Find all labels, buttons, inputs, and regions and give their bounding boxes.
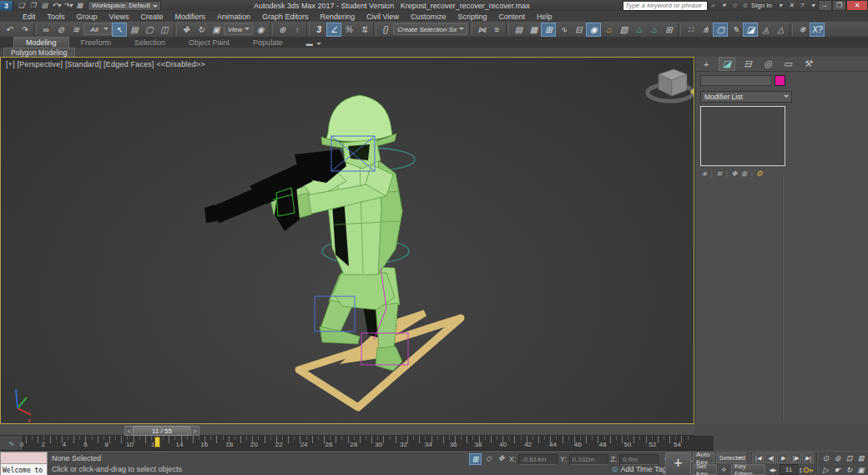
minimize-button[interactable]: – bbox=[818, 0, 832, 11]
toggle-ribbon-icon[interactable]: ⊞ bbox=[541, 23, 556, 37]
align-icon[interactable]: ≡ bbox=[489, 23, 504, 37]
key-step-icons[interactable]: ◀▶ bbox=[767, 465, 778, 474]
pan-icon[interactable]: ☛ bbox=[832, 465, 843, 474]
character-toggle-icon[interactable]: ◬ bbox=[758, 23, 773, 37]
communication-center-icon[interactable]: ✕ bbox=[786, 1, 796, 10]
x-coordinate-field[interactable]: -0.814m bbox=[518, 454, 558, 465]
add-time-tag[interactable]: ⊙ Add Time Tag bbox=[612, 465, 666, 473]
menu-item[interactable]: Modifiers bbox=[169, 11, 211, 22]
new-file-icon[interactable]: ❏ bbox=[16, 1, 27, 10]
time-slider-handle[interactable]: 11 / 55 bbox=[133, 426, 191, 436]
menu-item[interactable]: Tools bbox=[42, 11, 71, 22]
object-color-swatch[interactable] bbox=[775, 75, 785, 86]
tab-motion-icon[interactable]: ◎ bbox=[760, 58, 775, 70]
tab-create-icon[interactable]: + bbox=[699, 58, 714, 70]
edit-named-selection-sets-icon[interactable]: {} bbox=[378, 23, 393, 37]
tab-modify-icon[interactable]: ◪ bbox=[719, 57, 735, 71]
maximize-button[interactable]: ❐ bbox=[832, 0, 846, 11]
ribbon-tab[interactable]: Modeling bbox=[13, 37, 69, 48]
poly-edit-icon[interactable]: ◪ bbox=[743, 23, 758, 37]
menu-item[interactable]: Create bbox=[134, 11, 169, 22]
current-frame-marker[interactable] bbox=[154, 437, 160, 447]
community-icon[interactable]: ✶ bbox=[719, 1, 729, 10]
menu-item[interactable]: Rendering bbox=[315, 11, 361, 22]
current-frame-field[interactable]: 11 bbox=[780, 464, 797, 475]
selection-lock-toggle[interactable]: + bbox=[665, 452, 691, 475]
modifier-list-dropdown[interactable]: Modifier List bbox=[700, 91, 792, 103]
tab-hierarchy-icon[interactable]: ⊟ bbox=[740, 58, 755, 70]
select-and-rotate-icon[interactable]: ↻ bbox=[194, 23, 209, 37]
spinner-snap-toggle-icon[interactable]: ⇅ bbox=[356, 23, 371, 37]
listener-macro-line[interactable] bbox=[1, 452, 47, 464]
panel-splitter-arrow-icon[interactable] bbox=[686, 88, 694, 96]
viewport-label[interactable]: [+] [Perspective] [Standard] [Edged Face… bbox=[6, 60, 205, 68]
rectangular-selection-region-icon[interactable]: ▢ bbox=[142, 23, 157, 37]
undo-dropdown-icon[interactable]: ↶▾ bbox=[51, 1, 62, 10]
curve-editor-icon[interactable]: ∿ bbox=[556, 23, 571, 37]
search-go-icon[interactable]: ⌕ bbox=[708, 1, 718, 10]
offset-mode-icon[interactable]: ◇ bbox=[483, 453, 494, 463]
transform-type-in-icon[interactable]: ✥ bbox=[496, 453, 507, 463]
toggle-scene-explorer-icon[interactable]: ▤ bbox=[511, 23, 526, 37]
view-cube[interactable] bbox=[648, 69, 693, 101]
bind-to-space-warp-icon[interactable]: ≋ bbox=[68, 23, 83, 37]
save-file-icon[interactable]: ▤ bbox=[39, 1, 50, 10]
viewport-canvas[interactable]: x bbox=[1, 58, 694, 423]
ribbon-tab[interactable]: Selection bbox=[123, 38, 177, 48]
menu-item[interactable]: Help bbox=[531, 11, 558, 22]
track-bar[interactable]: ∿ 02468101214161820222426283032343638404… bbox=[0, 436, 714, 451]
tab-utilities-icon[interactable]: ⚒ bbox=[800, 58, 815, 70]
user-icon[interactable]: ☺ bbox=[740, 1, 750, 10]
zoom-extents-icon[interactable]: ⊡ bbox=[844, 453, 855, 462]
unlink-selection-icon[interactable]: ⊘ bbox=[53, 23, 68, 37]
select-and-scale-icon[interactable]: ▣ bbox=[209, 23, 224, 37]
grid-toggle-icon[interactable]: ∷ bbox=[683, 23, 698, 37]
isolate-selection-icon[interactable]: ⊞ bbox=[469, 453, 482, 465]
angle-snap-toggle-icon[interactable]: ∠ bbox=[326, 23, 341, 37]
use-pivot-point-center-icon[interactable]: ◉ bbox=[253, 23, 268, 37]
close-button[interactable]: ✕ bbox=[846, 0, 868, 11]
redo-dropdown-icon[interactable]: ↷▾ bbox=[63, 1, 73, 10]
remove-modifier-icon[interactable]: ⊗ bbox=[741, 169, 748, 178]
freeze-toggle-icon[interactable]: ❄ bbox=[795, 23, 810, 37]
window-crossing-toggle-icon[interactable]: ◫ bbox=[157, 23, 172, 37]
key-filters-button[interactable]: Key Filters... bbox=[731, 464, 765, 475]
menu-item[interactable]: Group bbox=[71, 11, 103, 22]
render-production-icon[interactable]: ♨ bbox=[631, 23, 646, 37]
configure-modifier-sets-icon[interactable]: ⚙ bbox=[756, 169, 763, 178]
mirror-icon[interactable]: ⋈ bbox=[474, 23, 489, 37]
select-and-manipulate-icon[interactable]: ⊕ bbox=[275, 23, 290, 37]
tab-display-icon[interactable]: ▭ bbox=[780, 58, 795, 70]
render-iterative-icon[interactable]: ♨ bbox=[646, 23, 661, 37]
ribbon-tab[interactable]: Populate bbox=[241, 38, 295, 48]
favorites-star-icon[interactable]: ☆ bbox=[729, 1, 739, 10]
menu-item[interactable]: Content bbox=[492, 11, 531, 22]
reference-coordinate-system-dropdown[interactable]: View bbox=[224, 23, 253, 35]
pin-stack-icon[interactable]: ∗ bbox=[701, 169, 708, 178]
sign-in-link[interactable]: Sign In bbox=[751, 2, 772, 9]
maximize-viewport-icon[interactable]: ▣ bbox=[855, 465, 866, 474]
ribbon-tab[interactable]: Freeform bbox=[69, 38, 124, 48]
menu-item[interactable]: Edit bbox=[17, 11, 42, 22]
help-caret-icon[interactable]: ▾ bbox=[808, 1, 818, 10]
keyboard-shortcut-override-icon[interactable]: ↑ bbox=[290, 23, 305, 37]
make-unique-icon[interactable]: ❖ bbox=[731, 169, 738, 178]
y-coordinate-field[interactable]: 0.332m bbox=[569, 454, 608, 465]
go-to-end-icon[interactable]: ▶| bbox=[802, 452, 814, 463]
z-coordinate-field[interactable]: 0.0m bbox=[619, 454, 659, 465]
edit-mode-icon[interactable]: ✎ bbox=[728, 23, 743, 37]
listener-script-line[interactable]: Welcome to M bbox=[1, 464, 47, 475]
toggle-layer-explorer-icon[interactable]: ▦ bbox=[526, 23, 541, 37]
next-frame-slider-button[interactable]: > bbox=[190, 426, 199, 436]
menu-item[interactable]: Scripting bbox=[452, 11, 492, 22]
select-object-icon[interactable]: ↖ bbox=[112, 23, 127, 37]
named-selection-set-dropdown[interactable]: Create Selection Se bbox=[393, 23, 467, 35]
schematic-view-icon[interactable]: ⊟ bbox=[571, 23, 586, 37]
orbit-icon[interactable]: ↻ bbox=[844, 465, 855, 474]
triangle-toggle-icon[interactable]: △ bbox=[773, 23, 788, 37]
menu-item[interactable]: Customize bbox=[405, 11, 452, 22]
maxscript-mini-listener[interactable]: Welcome to M bbox=[0, 452, 48, 475]
polygon-modeling-panel-tab[interactable]: Polygon Modeling bbox=[3, 48, 75, 57]
modifier-stack[interactable] bbox=[700, 106, 785, 166]
xview-toggle-icon[interactable]: X? bbox=[810, 23, 825, 37]
